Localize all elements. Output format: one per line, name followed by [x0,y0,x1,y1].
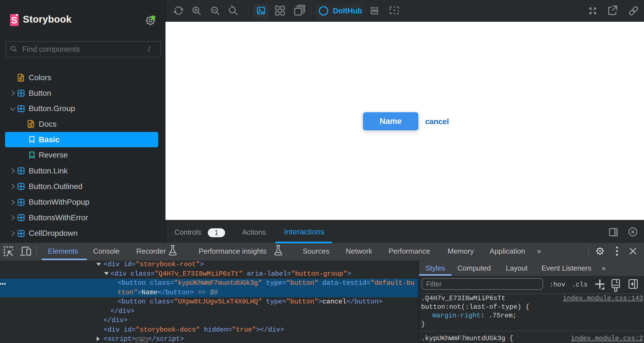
svg-text:DoltHub: DoltHub [333,7,362,15]
